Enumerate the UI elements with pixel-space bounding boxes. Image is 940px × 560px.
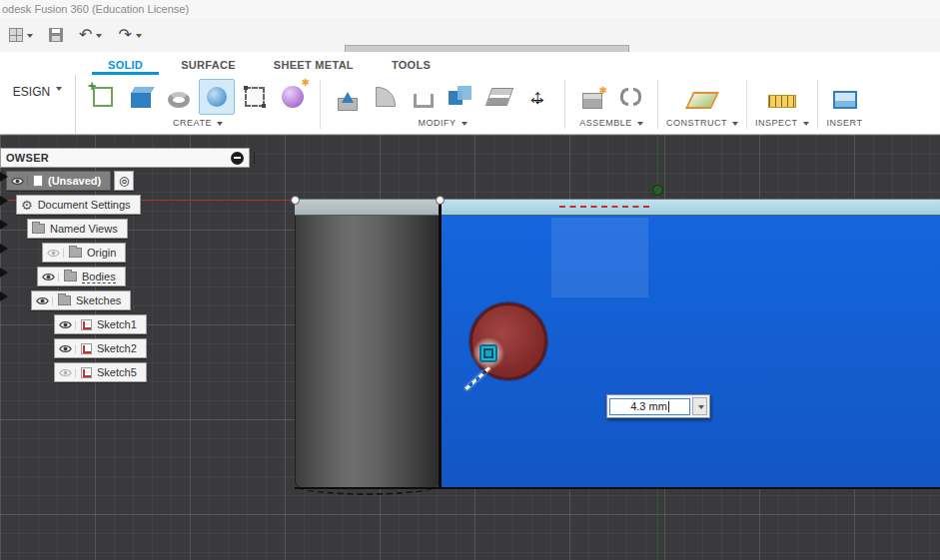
browser-item-label: Named Views xyxy=(50,223,118,235)
visibility-eye-icon[interactable] xyxy=(42,273,59,281)
sketch-icon xyxy=(81,367,92,378)
chevron-down-icon xyxy=(698,405,704,412)
vertex-handle[interactable] xyxy=(291,196,300,205)
toolbar-group-insert: INSERT xyxy=(818,75,872,134)
browser-item-named-views[interactable]: Named Views xyxy=(27,219,128,239)
revolve-button[interactable] xyxy=(199,79,235,115)
joint-button[interactable] xyxy=(612,79,648,115)
visibility-eye-icon[interactable] xyxy=(59,368,76,377)
ribbon-tab-sheet-metal[interactable]: SHEET METAL xyxy=(258,56,370,75)
browser-item-sketch1[interactable]: Sketch1 xyxy=(54,314,147,334)
visibility-eye-icon[interactable] xyxy=(59,344,76,353)
sketch-icon xyxy=(81,343,92,354)
file-menu-button[interactable] xyxy=(6,26,36,44)
undo-button[interactable]: ↶ xyxy=(76,25,105,45)
shell-button[interactable] xyxy=(406,79,442,115)
modify-group-dropdown[interactable]: MODIFY xyxy=(419,118,468,128)
chevron-down-icon xyxy=(96,34,102,41)
construct-group-dropdown[interactable]: CONSTRUCT xyxy=(666,118,738,128)
assemble-group-dropdown[interactable]: ASSEMBLE xyxy=(579,118,643,128)
inspect-group-dropdown[interactable]: INSPECT xyxy=(755,118,809,128)
create-sketch-button[interactable] xyxy=(85,79,121,115)
dimension-dropdown-button[interactable] xyxy=(692,397,707,415)
coil-button[interactable]: ✱ xyxy=(275,79,311,115)
press-pull-button[interactable] xyxy=(330,79,366,115)
insert-button[interactable] xyxy=(827,79,863,115)
tree-expand-arrow-icon[interactable] xyxy=(0,172,13,182)
new-component-icon: ✱ xyxy=(582,93,602,109)
modify-group-label: MODIFY xyxy=(419,118,457,128)
browser-item-bodies[interactable]: Bodies xyxy=(37,267,126,286)
dimension-value: 4.3 mm xyxy=(630,400,667,412)
measure-button[interactable] xyxy=(764,79,800,115)
browser-item-document-settings[interactable]: ⚙Document Settings xyxy=(16,195,141,215)
chevron-down-icon xyxy=(27,34,33,41)
hole-manipulator-handle[interactable] xyxy=(479,344,497,362)
origin-point-handle[interactable] xyxy=(652,185,663,196)
toolbar-group-inspect: INSPECT xyxy=(747,75,817,134)
text-cursor xyxy=(668,401,669,412)
browser-item-label: Sketch2 xyxy=(97,342,137,354)
fusion-window: odesk Fusion 360 (Education License) ↶ ↷… xyxy=(0,0,940,560)
browser-item-sketches[interactable]: Sketches xyxy=(31,290,131,310)
visibility-eye-icon[interactable] xyxy=(11,177,28,186)
redo-button[interactable]: ↷ xyxy=(115,25,144,45)
dimension-input-box: 4.3 mm xyxy=(606,394,710,418)
main-toolbar: ESIGN ✱ CREATE xyxy=(0,75,940,135)
sweep-button[interactable] xyxy=(161,79,197,115)
tree-expand-arrow-icon[interactable] xyxy=(0,244,13,254)
sketch-dashed-line[interactable] xyxy=(559,206,649,208)
offset-face-button[interactable] xyxy=(481,79,517,115)
combine-icon xyxy=(449,85,474,109)
visibility-eye-icon[interactable] xyxy=(47,249,64,258)
gear-icon: ⚙ xyxy=(21,199,33,212)
browser-item--unsaved-[interactable]: (Unsaved) xyxy=(6,171,111,191)
measure-icon xyxy=(768,95,796,108)
browser-header-label: OWSER xyxy=(6,152,49,164)
construct-plane-button[interactable] xyxy=(684,79,720,115)
chevron-down-icon xyxy=(732,122,738,129)
tree-expand-arrow-icon[interactable] xyxy=(0,268,13,278)
cylinder-hidden-edge xyxy=(297,484,437,495)
collapse-browser-button[interactable] xyxy=(231,152,244,165)
browser-item-origin[interactable]: Origin xyxy=(42,243,126,263)
fillet-icon xyxy=(376,87,396,107)
browser-header[interactable]: OWSER xyxy=(0,148,250,168)
fillet-button[interactable] xyxy=(368,79,404,115)
save-button[interactable] xyxy=(46,26,66,44)
insert-group-dropdown[interactable]: INSERT xyxy=(827,118,863,128)
ribbon-tab-solid[interactable]: SOLID xyxy=(92,56,159,75)
cylinder-body[interactable] xyxy=(295,202,440,488)
ribbon-tab-tools[interactable]: TOOLS xyxy=(376,56,447,75)
activate-document-icon[interactable]: ◎ xyxy=(114,171,134,191)
tree-expand-arrow-icon[interactable] xyxy=(0,220,13,230)
move-vertical-glyph: ↕ xyxy=(524,84,550,110)
combine-button[interactable] xyxy=(444,79,479,115)
folder-icon xyxy=(64,272,77,281)
move-copy-button[interactable]: ↔ ↕ xyxy=(519,79,555,115)
folder-icon xyxy=(58,295,71,305)
tree-expand-arrow-icon[interactable] xyxy=(0,291,13,301)
folder-icon xyxy=(69,248,82,258)
sparkle-icon: ✱ xyxy=(599,85,607,96)
box-primitive-button[interactable] xyxy=(237,79,273,115)
visibility-eye-icon[interactable] xyxy=(59,320,76,329)
construct-group-label: CONSTRUCT xyxy=(666,118,727,128)
browser-item-sketch2[interactable]: Sketch2 xyxy=(54,338,147,358)
ribbon-tab-surface[interactable]: SURFACE xyxy=(165,56,252,75)
dimension-input[interactable]: 4.3 mm xyxy=(609,398,690,415)
workspace-selector[interactable]: ESIGN xyxy=(0,75,76,134)
toolbar-group-construct: CONSTRUCT xyxy=(658,75,746,134)
vertex-handle[interactable] xyxy=(436,196,445,205)
box-top-face[interactable] xyxy=(295,199,940,216)
insert-icon xyxy=(833,91,857,109)
viewport[interactable]: 4.3 mm OWSER (Unsaved)◎⚙Document Setting… xyxy=(0,135,940,560)
visibility-eye-icon[interactable] xyxy=(36,296,53,305)
offset-face-icon xyxy=(485,88,514,106)
tree-expand-arrow-icon[interactable] xyxy=(0,196,13,206)
browser-item-sketch5[interactable]: Sketch5 xyxy=(54,362,147,382)
new-component-button[interactable]: ✱ xyxy=(574,79,610,115)
create-group-dropdown[interactable]: CREATE xyxy=(173,118,223,128)
extrude-button[interactable] xyxy=(123,79,159,115)
toolbar-group-modify: ↔ ↕ MODIFY xyxy=(321,75,564,134)
